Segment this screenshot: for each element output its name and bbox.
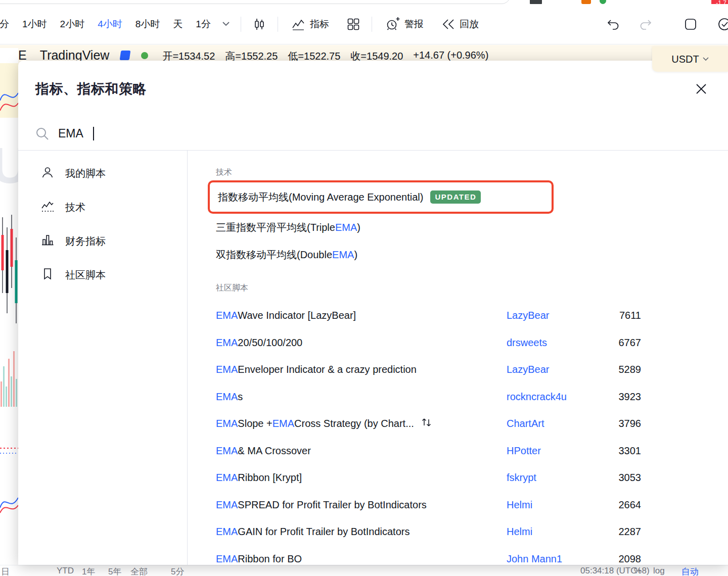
timeframe-天[interactable]: 天 <box>166 18 189 31</box>
person-icon <box>40 165 55 182</box>
timeframe-8小时[interactable]: 8小时 <box>129 18 167 31</box>
indicators-dialog: 指标、指标和策略 EMA 我的脚本技术财务指标社区脚本 技术 指数移动平均线(M… <box>18 61 728 565</box>
currency-selector[interactable]: USDT <box>652 46 728 72</box>
result-title-segment: 三重指数平滑平均线(Triple <box>216 221 335 234</box>
timeframe-2小时[interactable]: 2小时 <box>54 18 92 31</box>
oscillator-lines-fragment <box>0 483 18 518</box>
range-fragment[interactable]: 5分 <box>171 566 184 576</box>
replay-button[interactable]: 回放 <box>437 14 484 35</box>
snapshot-button[interactable] <box>714 14 728 35</box>
result-row[interactable]: EMA 20/50/100/200drsweets6767 <box>216 329 728 357</box>
result-row[interactable]: EMA Ribbon for BOJohn Mann12098 <box>216 546 728 565</box>
result-title-segment: Enveloper Indicator & a crazy prediction <box>238 364 417 375</box>
result-row[interactable]: EMAsrockncrack4u3923 <box>216 383 728 411</box>
range-button-全部[interactable]: 全部 <box>130 566 148 576</box>
result-row[interactable]: EMA Ribbon [Krypt]fskrypt3053 <box>216 464 728 492</box>
redo-button[interactable] <box>636 15 656 33</box>
sidebar-item-社区脚本[interactable]: 社区脚本 <box>18 258 187 292</box>
result-row[interactable]: EMAGAIN for Profit Trailer by BotIndicat… <box>216 518 728 546</box>
candlestick-style-button[interactable] <box>249 14 269 34</box>
timeframe-group: 分1小时2小时4小时8小时天1分 <box>0 18 217 31</box>
percent-scale-toggle[interactable]: % <box>634 566 642 576</box>
result-author-link[interactable]: Helmi <box>507 526 601 538</box>
log-scale-toggle[interactable]: log <box>653 566 665 576</box>
indicators-button[interactable]: 指标 <box>286 13 334 35</box>
result-title-segment: ) <box>357 222 360 233</box>
alerts-button[interactable]: 警报 <box>380 13 429 35</box>
result-title-segment: EMA <box>216 391 238 403</box>
range-button-日[interactable]: 日 <box>1 566 10 576</box>
result-author-link[interactable]: fskrypt <box>507 472 601 484</box>
browser-omnibox[interactable] <box>0 0 511 4</box>
result-title-segment: EMA <box>216 310 238 321</box>
section-header-technical: 技术 <box>216 167 728 178</box>
result-row[interactable]: 双指数移动平均线(Double EMA) <box>216 241 728 268</box>
result-likes-count: 2287 <box>601 526 641 538</box>
result-title-segment: EMA <box>216 526 238 538</box>
result-author-link[interactable]: LazyBear <box>507 310 601 321</box>
candlestick-fragment <box>0 215 18 331</box>
result-author-link[interactable]: rockncrack4u <box>507 391 601 403</box>
search-icon <box>35 127 49 140</box>
result-title-segment: EMA <box>216 499 238 511</box>
chevron-down-icon[interactable] <box>222 22 230 26</box>
sidebar-item-技术[interactable]: 技术 <box>18 190 187 224</box>
flag-icon[interactable] <box>120 51 131 60</box>
undo-button[interactable] <box>603 15 623 33</box>
result-likes-count: 2098 <box>601 553 641 565</box>
timeframe-1小时[interactable]: 1小时 <box>16 18 54 31</box>
browser-status-dot <box>600 0 606 4</box>
result-row[interactable]: 三重指数平滑平均线(Triple EMA) <box>216 214 728 241</box>
result-title-segment: EMA <box>216 445 238 457</box>
result-title-segment: EMA <box>272 418 294 429</box>
toolbar-divider <box>372 17 372 32</box>
result-author-link[interactable]: drsweets <box>507 337 601 349</box>
result-title-segment: Cross Strategy (by Chart... <box>294 418 414 429</box>
result-row[interactable]: EMA Slope + EMA Cross Strategy (by Chart… <box>216 410 728 438</box>
volume-bars-fragment <box>0 331 18 407</box>
result-row[interactable]: EMA Enveloper Indicator & a crazy predic… <box>216 356 728 383</box>
fullscreen-button[interactable] <box>680 14 701 34</box>
squiggle-chart-icon <box>40 199 55 216</box>
result-author-link[interactable]: LazyBear <box>507 364 601 375</box>
watermark-letter: U <box>0 140 18 190</box>
browser-extension-icon-orange[interactable] <box>581 0 591 4</box>
result-row[interactable]: EMA & MA CrossoverHPotter3301 <box>216 438 728 465</box>
chart-bottom-bar: 日YTD1年5年全部 5分 05:34:18 (UTC+8) % log 自动 <box>0 565 728 576</box>
dialog-header: 指标、指标和策略 <box>18 61 728 117</box>
result-title-segment: EMA <box>216 472 238 484</box>
layout-templates-button[interactable] <box>343 14 363 34</box>
result-title-segment: EMA <box>216 337 238 349</box>
range-button-1年[interactable]: 1年 <box>82 566 95 576</box>
dialog-title: 指标、指标和策略 <box>35 80 147 98</box>
result-title-segment: ) <box>354 249 357 261</box>
currency-label: USDT <box>671 54 699 65</box>
close-icon[interactable] <box>694 81 709 97</box>
result-row[interactable]: EMA Wave Indicator [LazyBear]LazyBear761… <box>216 302 728 329</box>
result-title-segment: Slope + <box>238 418 272 429</box>
result-author-link[interactable]: HPotter <box>507 445 601 457</box>
sidebar-item-我的脚本[interactable]: 我的脚本 <box>18 157 187 190</box>
timeframe-1分[interactable]: 1分 <box>189 18 217 31</box>
result-title-segment: Ribbon for BO <box>238 553 302 565</box>
timeframe-分[interactable]: 分 <box>0 18 16 31</box>
result-author-link[interactable]: ChartArt <box>507 418 601 429</box>
result-title-segment: EMA <box>216 418 238 429</box>
result-author-link[interactable]: John Mann1 <box>507 553 601 565</box>
sidebar-item-财务指标[interactable]: 财务指标 <box>18 224 187 258</box>
result-title: EMA Ribbon for BO <box>216 553 507 565</box>
highlighted-result-row[interactable]: 指数移动平均线(Moving Average Exponential)UPDAT… <box>208 180 554 214</box>
section-header-community: 社区脚本 <box>216 282 728 294</box>
result-row[interactable]: EMASPREAD for Profit Trailer by BotIndic… <box>216 492 728 519</box>
auto-scale-toggle[interactable]: 自动 <box>681 566 699 576</box>
search-bar[interactable]: EMA <box>18 117 728 151</box>
result-title-segment: EMA <box>216 553 238 565</box>
range-button-5年[interactable]: 5年 <box>108 566 121 576</box>
range-button-YTD[interactable]: YTD <box>57 566 74 576</box>
timeframe-4小时[interactable]: 4小时 <box>91 18 129 31</box>
result-author-link[interactable]: Helmi <box>507 499 601 511</box>
search-results: 技术 指数移动平均线(Moving Average Exponential)UP… <box>188 151 728 565</box>
search-input[interactable]: EMA <box>58 127 83 140</box>
result-likes-count: 2664 <box>601 499 641 511</box>
strategy-icon <box>421 417 432 430</box>
